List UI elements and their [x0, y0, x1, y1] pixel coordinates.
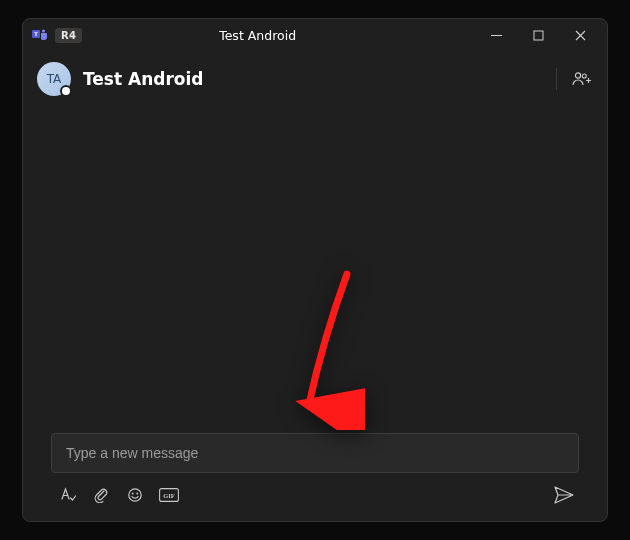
avatar[interactable]: TA — [37, 62, 71, 96]
svg-point-5 — [582, 74, 586, 78]
paperclip-icon — [93, 487, 109, 503]
window-title: Test Android — [40, 28, 475, 43]
gif-button[interactable]: GIF — [155, 483, 183, 507]
send-button[interactable] — [549, 483, 579, 507]
teams-chat-window: T R4 Test Android TA Test Android — [22, 18, 608, 522]
divider — [556, 68, 557, 90]
titlebar: T R4 Test Android — [23, 19, 607, 51]
svg-point-7 — [132, 493, 134, 495]
chat-header-actions — [556, 66, 593, 92]
maximize-button[interactable] — [517, 20, 559, 50]
svg-text:T: T — [34, 31, 38, 37]
svg-text:GIF: GIF — [163, 492, 175, 499]
composer: GIF — [23, 433, 607, 521]
svg-point-8 — [136, 493, 138, 495]
minimize-icon — [491, 30, 502, 41]
add-people-icon — [572, 71, 592, 87]
chat-messages-area — [23, 107, 607, 433]
emoji-button[interactable] — [121, 483, 149, 507]
compose-toolbar: GIF — [51, 473, 579, 507]
close-icon — [575, 30, 586, 41]
gif-icon: GIF — [159, 488, 179, 502]
format-button[interactable] — [53, 483, 81, 507]
svg-point-4 — [575, 73, 580, 78]
add-people-button[interactable] — [571, 68, 593, 90]
send-icon — [554, 486, 574, 504]
chat-contact-name: Test Android — [83, 69, 556, 89]
format-icon — [59, 487, 76, 503]
message-input[interactable] — [51, 433, 579, 473]
svg-point-6 — [129, 489, 141, 501]
attach-button[interactable] — [87, 483, 115, 507]
avatar-initials: TA — [47, 72, 62, 86]
minimize-button[interactable] — [475, 20, 517, 50]
window-controls — [475, 20, 601, 50]
chat-header: TA Test Android — [23, 51, 607, 107]
close-button[interactable] — [559, 20, 601, 50]
svg-rect-3 — [534, 31, 543, 40]
presence-indicator-icon — [60, 85, 72, 97]
maximize-icon — [533, 30, 544, 41]
emoji-icon — [127, 487, 143, 503]
